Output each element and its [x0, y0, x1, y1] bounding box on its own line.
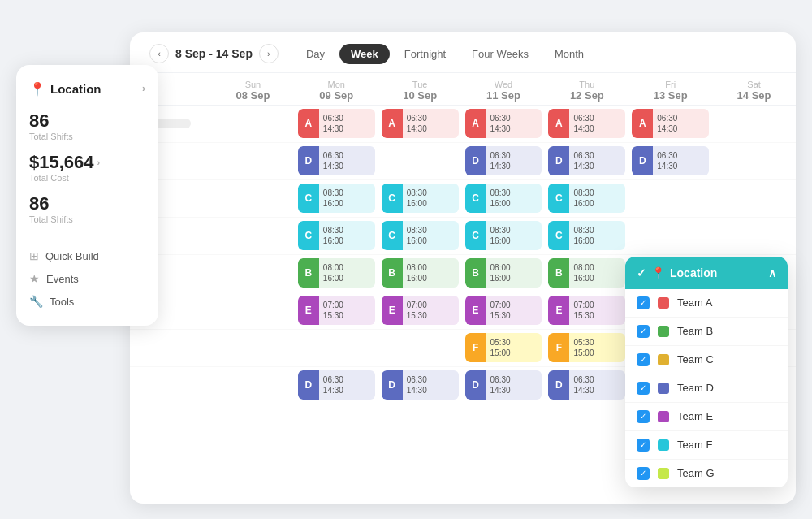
shift-block[interactable]: C08:3016:00 [548, 184, 625, 213]
total-cost-stat[interactable]: $15,664 › Total Cost [29, 153, 145, 183]
shift-block[interactable]: E07:0015:30 [298, 296, 375, 325]
shift-block[interactable]: E07:0015:30 [382, 296, 459, 325]
shift-start: 05:30 [490, 338, 511, 348]
location-icon: 📍 [29, 81, 45, 97]
dropdown-team-item-2[interactable]: ✓Team C [625, 346, 788, 374]
sidebar-location[interactable]: 📍 Location › [29, 81, 145, 97]
team-checkbox-4[interactable]: ✓ [637, 410, 650, 423]
shift-start: 06:30 [573, 375, 594, 385]
shift-block[interactable]: C08:3016:00 [298, 221, 375, 250]
team-checkbox-5[interactable]: ✓ [637, 439, 650, 452]
team-checkbox-3[interactable]: ✓ [637, 382, 650, 395]
team-color-dot-3 [658, 383, 669, 394]
shift-block[interactable]: E07:0015:30 [548, 296, 625, 325]
shift-start: 08:30 [573, 226, 594, 236]
cell-r3-c5 [628, 233, 712, 238]
team-checkbox-6[interactable]: ✓ [637, 467, 650, 480]
shift-letter: E [465, 296, 486, 325]
team-label-0: Team A [677, 296, 712, 309]
shift-letter: A [548, 109, 569, 138]
dropdown-team-item-0[interactable]: ✓Team A [625, 289, 788, 318]
shift-times: 07:0015:30 [569, 299, 598, 322]
shift-end: 14:30 [573, 386, 594, 396]
shift-start: 06:30 [573, 151, 594, 161]
menu-events[interactable]: ★ Events [29, 267, 145, 290]
shift-block[interactable]: D06:3014:30 [632, 146, 709, 175]
shift-block[interactable]: C08:3016:00 [382, 221, 459, 250]
shift-block[interactable]: A06:3014:30 [548, 109, 625, 138]
cell-r4-c2: B08:0016:00 [378, 256, 462, 290]
tab-four-weeks[interactable]: Four Weeks [460, 44, 540, 64]
shift-letter: D [548, 370, 569, 400]
dropdown-team-item-1[interactable]: ✓Team B [625, 318, 788, 346]
cell-r0-c5: A06:3014:30 [628, 106, 712, 141]
shift-block[interactable]: F05:3015:00 [548, 333, 625, 362]
app-wrapper: ‹ 8 Sep - 14 Sep › Day Week Fortnight Fo… [16, 16, 796, 504]
team-checkbox-1[interactable]: ✓ [637, 325, 650, 338]
tab-fortnight[interactable]: Fortnight [393, 44, 457, 64]
shift-block[interactable]: A06:3014:30 [632, 109, 709, 138]
day-header-0: Sun 08 Sep [211, 80, 295, 102]
shift-block[interactable]: D06:3014:30 [382, 370, 459, 400]
shift-block[interactable]: D06:3014:30 [465, 370, 542, 400]
shift-start: 08:30 [407, 188, 427, 198]
team-color-dot-2 [658, 354, 669, 365]
shift-block[interactable]: C08:3016:00 [298, 184, 375, 213]
shift-block[interactable]: F05:3015:00 [465, 333, 542, 362]
team-color-dot-4 [658, 411, 669, 422]
tab-month[interactable]: Month [543, 44, 595, 64]
dropdown-team-item-5[interactable]: ✓Team F [625, 431, 788, 460]
next-btn[interactable]: › [259, 44, 279, 63]
shift-end: 14:30 [407, 124, 427, 134]
calendar-header: ‹ 8 Sep - 14 Sep › Day Week Fortnight Fo… [130, 32, 796, 73]
team-label-1: Team B [677, 325, 713, 337]
shift-block[interactable]: C08:3016:00 [465, 221, 542, 250]
shift-times: 08:3016:00 [403, 224, 431, 248]
shift-block[interactable]: A06:3014:30 [382, 109, 459, 138]
shift-times: 06:3014:30 [319, 149, 348, 173]
shift-block[interactable]: D06:3014:30 [298, 370, 375, 400]
shift-times: 08:3016:00 [569, 224, 598, 248]
shift-block[interactable]: D06:3014:30 [465, 146, 542, 175]
menu-tools[interactable]: 🔧 Tools [29, 290, 145, 313]
cell-r0-c0 [211, 121, 295, 126]
shift-block[interactable]: D06:3014:30 [548, 370, 625, 400]
total-cost-label: Total Cost [29, 173, 145, 183]
team-color-dot-1 [658, 326, 669, 337]
dropdown-collapse-icon[interactable]: ∧ [768, 266, 776, 279]
shift-start: 08:30 [323, 188, 343, 198]
prev-btn[interactable]: ‹ [149, 44, 169, 63]
shift-block[interactable]: B08:0016:00 [548, 258, 625, 288]
team-checkbox-0[interactable]: ✓ [637, 296, 650, 309]
shift-block[interactable]: D06:3014:30 [298, 146, 375, 175]
day-header-1: Mon 09 Sep [295, 80, 378, 102]
shift-block[interactable]: D06:3014:30 [548, 146, 625, 175]
shift-start: 06:30 [657, 114, 677, 123]
cell-r1-c5: D06:3014:30 [628, 144, 712, 178]
shift-block[interactable]: A06:3014:30 [298, 109, 375, 138]
shift-block[interactable]: B08:0016:00 [298, 258, 375, 288]
dropdown-team-item-4[interactable]: ✓Team E [625, 403, 788, 431]
team-checkbox-2[interactable]: ✓ [637, 353, 650, 366]
cell-r0-c4: A06:3014:30 [545, 106, 628, 141]
shift-start: 06:30 [490, 375, 511, 385]
cell-r4-c0 [211, 270, 295, 275]
cell-r6-c0 [211, 345, 295, 350]
menu-quick-build[interactable]: ⊞ Quick Build [29, 244, 145, 267]
shift-block[interactable]: C08:3016:00 [382, 184, 459, 213]
shift-block[interactable]: C08:3016:00 [465, 184, 542, 213]
shift-block[interactable]: E07:0015:30 [465, 296, 542, 325]
shift-block[interactable]: B08:0016:00 [465, 258, 542, 288]
dropdown-items: ✓Team A✓Team B✓Team C✓Team D✓Team E✓Team… [625, 289, 788, 487]
shift-block[interactable]: A06:3014:30 [465, 109, 542, 138]
shift-end: 14:30 [490, 162, 511, 171]
cell-r0-c2: A06:3014:30 [378, 106, 462, 141]
tab-day[interactable]: Day [295, 44, 336, 64]
shift-block[interactable]: B08:0016:00 [382, 258, 459, 288]
shift-block[interactable]: C08:3016:00 [548, 221, 625, 250]
shift-start: 08:00 [323, 263, 343, 273]
cell-r5-c3: E07:0015:30 [462, 293, 546, 327]
tab-week[interactable]: Week [339, 44, 390, 64]
dropdown-team-item-6[interactable]: ✓Team G [625, 460, 788, 487]
dropdown-team-item-3[interactable]: ✓Team D [625, 374, 788, 403]
